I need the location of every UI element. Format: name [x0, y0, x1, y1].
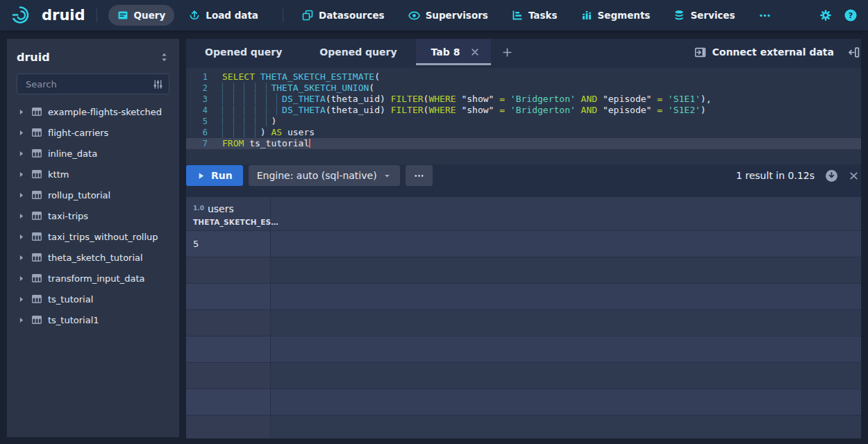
query-workbench: Opened queryOpened queryTab 8 Connect ex… [186, 39, 861, 438]
nav-item-query[interactable]: Query [108, 5, 175, 26]
datasource-item-example-flights-sketched[interactable]: example-flights-sketched [17, 101, 169, 122]
datasource-item-rollup-tutorial[interactable]: rollup_tutorial [17, 185, 169, 205]
runbar-right: 1 result in 0.12s [736, 169, 861, 182]
nav-item-label: Supervisors [426, 10, 488, 21]
query-more-button[interactable] [406, 165, 433, 186]
datasource-item-theta-sketch-tutorial[interactable]: theta_sketch_tutorial [17, 247, 169, 268]
line-number: 5 [186, 116, 217, 127]
caret-right-icon[interactable] [17, 149, 26, 158]
datasource-label: inline_data [48, 148, 97, 159]
table-row [186, 310, 861, 336]
load-data-icon [189, 10, 200, 21]
line-number: 4 [186, 105, 217, 116]
tab-opened-query-0[interactable]: Opened query [186, 39, 301, 65]
tasks-icon [512, 10, 523, 21]
datasource-label: example-flights-sketched [48, 107, 162, 117]
datasource-item-taxi-trips-without-rollup[interactable]: taxi_trips_without_rollup [17, 226, 169, 247]
druid-logo-icon [11, 5, 36, 26]
settings-gear-icon[interactable] [819, 9, 832, 22]
code-line-1: 1SELECT THETA_SKETCH_ESTIMATE( [186, 71, 861, 83]
table-icon [31, 210, 42, 221]
table-row [186, 257, 861, 284]
cell-users [186, 416, 271, 438]
nav-item-services[interactable]: Services [665, 5, 744, 26]
cell-users[interactable]: 5 [186, 231, 271, 257]
code-text: THETA_SKETCH_UNION( [217, 83, 374, 94]
tab-bar: Opened queryOpened queryTab 8 Connect ex… [186, 39, 861, 65]
tab-close-icon[interactable] [470, 47, 480, 57]
new-tab-plus-icon[interactable] [491, 39, 524, 65]
schema-title: druid [17, 51, 50, 64]
nav-item-more[interactable] [750, 5, 780, 26]
caret-right-icon[interactable] [17, 316, 26, 325]
datasource-sidebar: druid example-flights-sketchedflight-car… [7, 39, 179, 437]
caret-right-icon[interactable] [17, 295, 26, 304]
caret-right-icon[interactable] [17, 170, 26, 179]
sidebar-header: druid [17, 48, 169, 66]
code-line-2: 2 THETA_SKETCH_UNION( [186, 83, 861, 94]
datasource-item-kttm[interactable]: kttm [17, 164, 169, 185]
run-button[interactable]: Run [186, 165, 243, 186]
datasources-icon [302, 10, 313, 21]
query-icon [117, 10, 128, 21]
code-line-6: 6 ) AS users [186, 127, 861, 138]
code-line-4: 4 DS_THETA(theta_uid) FILTER(WHERE "show… [186, 105, 861, 116]
engine-select-label: Engine: auto (sql-native) [257, 170, 377, 181]
help-icon[interactable]: ? [844, 9, 857, 22]
caret-right-icon[interactable] [17, 232, 26, 241]
datasource-item-flight-carriers[interactable]: flight-carriers [17, 122, 169, 143]
caret-right-icon[interactable] [17, 191, 26, 200]
engine-select-button[interactable]: Engine: auto (sql-native) [249, 165, 400, 186]
code-text: ) [217, 116, 276, 127]
column-header-users[interactable]: 1.0users THETA_SKETCH_ES… [186, 197, 271, 230]
tab-tab-8-2[interactable]: Tab 8 [416, 39, 492, 65]
line-number: 6 [186, 127, 217, 138]
caret-right-icon[interactable] [17, 212, 26, 221]
table-row [186, 389, 861, 416]
row-filler [271, 389, 861, 415]
nav-divider [97, 8, 97, 22]
datasource-item-inline-data[interactable]: inline_data [17, 143, 169, 164]
cell-users [186, 310, 271, 336]
run-button-label: Run [211, 170, 233, 181]
more-icon [759, 10, 771, 22]
nav-item-datasources[interactable]: Datasources [293, 5, 394, 26]
results-table: 1.0users THETA_SKETCH_ES… 5 [186, 197, 861, 438]
tab-opened-query-1[interactable]: Opened query [301, 39, 415, 65]
caret-right-icon[interactable] [17, 253, 26, 262]
table-icon [31, 127, 42, 138]
druid-logo[interactable]: druid [11, 5, 85, 26]
caret-right-icon[interactable] [17, 128, 26, 137]
connect-external-data-button[interactable]: Connect external data [694, 46, 835, 58]
nav-item-supervisors[interactable]: Supervisors [399, 5, 497, 26]
datasource-label: kttm [48, 169, 69, 180]
caret-right-icon[interactable] [17, 108, 26, 117]
filter-sliders-icon[interactable] [153, 79, 163, 89]
datasource-item-transform-input-data[interactable]: transform_input_data [17, 268, 169, 289]
text-cursor [309, 139, 310, 148]
nav-item-load-data[interactable]: Load data [180, 5, 267, 26]
datasource-label: taxi-trips [48, 211, 88, 221]
tabbar-right: Connect external data [694, 39, 862, 65]
play-icon [197, 171, 206, 180]
line-number: 3 [186, 94, 217, 105]
double-caret-vertical-icon[interactable] [159, 52, 169, 62]
search-input[interactable] [24, 78, 153, 90]
svg-text:?: ? [849, 11, 853, 20]
sql-editor[interactable]: 1SELECT THETA_SKETCH_ESTIMATE(2 THETA_SK… [186, 68, 861, 164]
caret-down-icon [383, 171, 392, 180]
download-results-icon[interactable] [825, 169, 838, 182]
collapse-panel-icon[interactable] [848, 46, 860, 58]
datasource-item-ts-tutorial[interactable]: ts_tutorial [17, 289, 169, 309]
code-line-5: 5 ) [186, 116, 861, 127]
caret-right-icon[interactable] [17, 274, 26, 283]
row-filler [271, 336, 861, 362]
nav-item-tasks[interactable]: Tasks [503, 5, 567, 26]
close-results-icon[interactable] [849, 171, 859, 181]
datasource-item-taxi-trips[interactable]: taxi-trips [17, 205, 169, 226]
datasource-label: rollup_tutorial [48, 190, 110, 200]
nav-item-segments[interactable]: Segments [572, 5, 660, 26]
cell-users [186, 389, 271, 415]
datasource-label: flight-carriers [48, 128, 108, 138]
datasource-item-ts-tutorial1[interactable]: ts_tutorial1 [17, 309, 169, 330]
